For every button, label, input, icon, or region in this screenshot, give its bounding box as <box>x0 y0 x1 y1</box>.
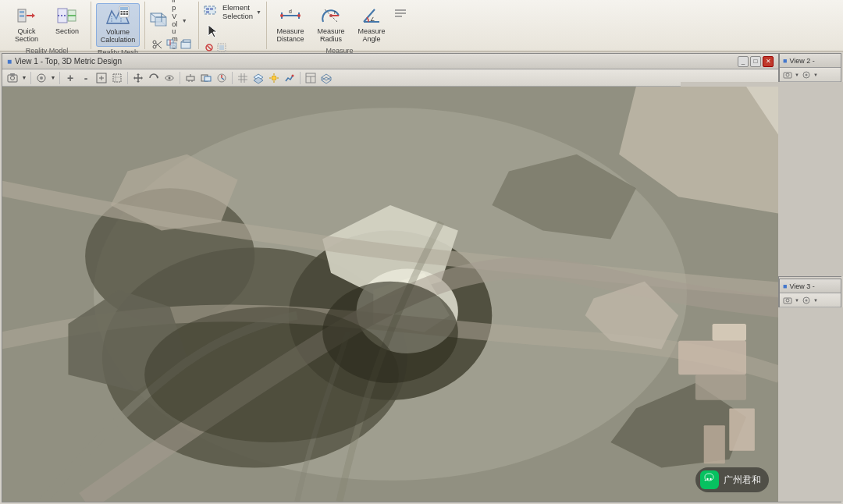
svg-rect-72 <box>113 74 121 82</box>
svg-rect-87 <box>205 76 211 81</box>
vp-fit-view[interactable] <box>94 71 108 85</box>
vp-pan[interactable] <box>131 71 145 85</box>
ribbon-group-reality-model: Quick Section Section Reality Model <box>3 2 91 49</box>
ribbon-group-items-clip: Clip Volume ▼ <box>150 3 194 51</box>
svg-point-68 <box>40 76 43 80</box>
svg-rect-21 <box>126 13 129 15</box>
vp-rotate[interactable] <box>147 71 161 85</box>
vp-analyze[interactable] <box>283 71 297 85</box>
vp-camera-icon[interactable] <box>5 71 20 85</box>
ribbon-group-items: Quick Section Section <box>8 3 86 45</box>
svg-rect-41 <box>206 8 209 10</box>
mini-viewport-title-2: View 2 - <box>789 57 814 65</box>
vp-grid[interactable] <box>236 71 250 85</box>
measure-extra-icon[interactable] <box>393 6 407 20</box>
svg-point-134 <box>710 478 711 480</box>
vp-look[interactable] <box>162 71 176 85</box>
measure-radius-button[interactable]: r Measure Radius <box>312 3 350 45</box>
mini-title-bar-3: ■ View 3 - <box>780 279 841 293</box>
mini-dropdown2-3[interactable]: ▼ <box>813 298 818 303</box>
svg-rect-66 <box>10 73 15 76</box>
svg-marker-78 <box>141 76 143 80</box>
volume-calculation-label: Volume Calculation <box>98 29 137 44</box>
mini-camera-3[interactable] <box>782 295 793 306</box>
viewport-content[interactable]: 广州君和 <box>2 87 778 502</box>
svg-rect-43 <box>206 11 209 13</box>
mini-viewport-title-3: View 3 - <box>789 282 814 290</box>
vp-window-icon[interactable] <box>304 71 318 85</box>
mini-viewport-2: ■ View 2 - ▼ ▼ <box>779 53 841 277</box>
mini-content-3[interactable] <box>780 307 841 502</box>
measure-radius-label: Measure Radius <box>314 28 348 44</box>
svg-rect-36 <box>181 42 190 48</box>
vp-zoom-out[interactable]: - <box>79 71 93 85</box>
viewport-title-bar: ■ View 1 - Top, 3D Metric Design _ □ ✕ <box>2 54 778 69</box>
right-panel: ■ View 2 - ▼ ▼ ■ <box>779 51 843 504</box>
quick-section-button[interactable]: Quick Section <box>8 3 45 45</box>
minimize-button[interactable]: _ <box>738 56 749 67</box>
separator1 <box>30 72 31 84</box>
clip-volume-dropdown-icon[interactable]: ▼ <box>182 18 187 23</box>
vp-layers[interactable] <box>251 71 265 85</box>
svg-line-90 <box>222 78 224 80</box>
wechat-icon <box>700 470 719 489</box>
vp-settings-icon[interactable] <box>34 71 48 85</box>
svg-rect-26 <box>155 17 166 26</box>
arrow-cursor-icon <box>207 23 219 39</box>
clip-volume-button[interactable]: Clip Volume ▼ <box>150 3 187 37</box>
svg-rect-34 <box>170 43 176 48</box>
measure-distance-button[interactable]: d Measure Distance <box>272 3 309 45</box>
element-selection-button[interactable]: ElementSelection ▼ <box>204 3 261 20</box>
measure-distance-label: Measure Distance <box>273 28 308 44</box>
vp-tool6[interactable] <box>199 71 213 85</box>
vp-sun[interactable] <box>267 71 281 85</box>
clip-icon3[interactable] <box>180 38 192 51</box>
ribbon-group-items-mesh: Volume Calculation <box>96 3 140 47</box>
measure-radius-icon: r <box>320 5 342 27</box>
mini-toolbar-3: ▼ ▼ <box>780 293 841 307</box>
vp-3d-view[interactable] <box>319 71 333 85</box>
measure-distance-icon: d <box>279 5 301 27</box>
mini-dropdown-3[interactable]: ▼ <box>795 298 799 303</box>
maximize-button[interactable]: □ <box>750 56 761 67</box>
ribbon-group-selection: ElementSelection ▼ <box>199 2 267 49</box>
select-icon1[interactable] <box>204 42 215 53</box>
section-button[interactable]: Section <box>48 3 86 37</box>
viewport-toolbar: ▼ ▼ + - <box>2 69 778 87</box>
element-selection-dropdown[interactable]: ▼ <box>256 9 261 15</box>
mini-view-icon-2: ■ <box>783 57 787 65</box>
mini-settings-3[interactable] <box>801 295 812 306</box>
select-icon2[interactable] <box>216 42 227 53</box>
svg-marker-77 <box>133 76 135 80</box>
svg-rect-20 <box>123 13 126 15</box>
vp-zoom-in[interactable]: + <box>63 71 77 85</box>
mini-title-bar-2: ■ View 2 - <box>780 54 841 68</box>
svg-rect-18 <box>126 11 129 12</box>
scissors-icon[interactable] <box>151 38 164 51</box>
measure-angle-button[interactable]: ∠ Measure Angle <box>353 3 390 45</box>
svg-rect-2 <box>20 15 24 17</box>
svg-text:∠: ∠ <box>370 16 375 22</box>
mini-camera-2[interactable] <box>782 69 793 80</box>
close-button[interactable]: ✕ <box>763 56 774 67</box>
mini-content-2[interactable] <box>780 82 841 276</box>
element-selection-icon <box>204 4 219 20</box>
volume-calculation-button[interactable]: Volume Calculation <box>96 3 140 47</box>
ribbon-group-items-measure: d Measure Distance r Measure Radius <box>272 3 407 45</box>
mini-toolbar-2: ▼ ▼ <box>780 68 841 82</box>
vp-dropdown2[interactable]: ▼ <box>50 71 56 85</box>
arrow-cursor-button[interactable] <box>204 22 261 41</box>
vp-window-area[interactable] <box>110 71 124 85</box>
clip-volume-icon <box>150 11 169 30</box>
mini-settings-2[interactable] <box>801 69 812 80</box>
clip-icon2[interactable] <box>165 38 178 51</box>
vp-tool7[interactable] <box>215 71 229 85</box>
mini-dropdown2-2[interactable]: ▼ <box>813 73 818 77</box>
mini-dropdown-2[interactable]: ▼ <box>795 73 799 77</box>
volume-calculation-icon <box>107 5 129 27</box>
main-area: ■ View 1 - Top, 3D Metric Design _ □ ✕ ▼… <box>0 51 843 504</box>
vp-dropdown1[interactable]: ▼ <box>21 71 27 85</box>
svg-point-136 <box>786 73 789 76</box>
quick-section-label: Quick Section <box>9 28 44 44</box>
vp-tool5[interactable] <box>183 71 197 85</box>
